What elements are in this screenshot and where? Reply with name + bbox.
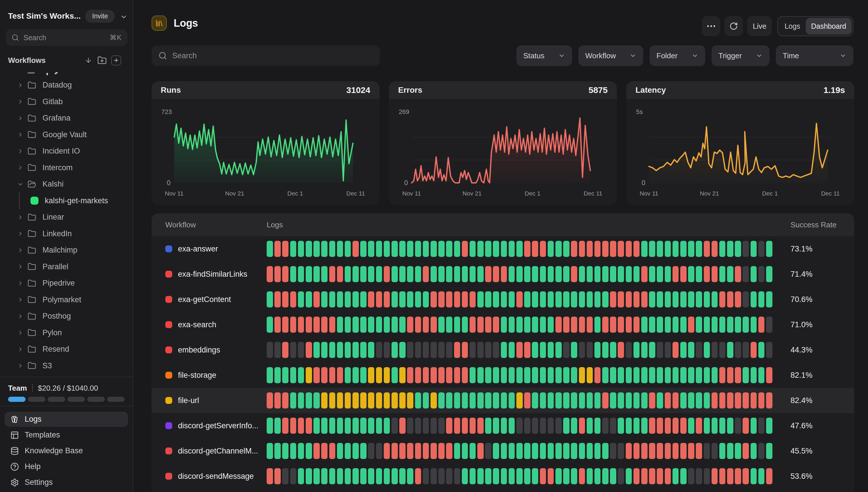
svg-text:Nov 21: Nov 21 (463, 190, 482, 197)
svg-text:0: 0 (167, 179, 171, 187)
svg-text:Nov 11: Nov 11 (640, 190, 659, 197)
svg-text:Dec 11: Dec 11 (584, 190, 602, 197)
svg-text:0: 0 (404, 179, 408, 187)
svg-text:Dec 11: Dec 11 (346, 190, 365, 197)
svg-text:Nov 11: Nov 11 (402, 190, 421, 197)
svg-text:Nov 21: Nov 21 (700, 190, 719, 197)
svg-text:723: 723 (161, 108, 172, 115)
svg-text:Dec 1: Dec 1 (287, 190, 303, 197)
svg-text:0: 0 (642, 179, 645, 187)
svg-text:5s: 5s (636, 108, 643, 115)
svg-text:269: 269 (399, 108, 409, 115)
svg-text:Dec 11: Dec 11 (821, 190, 840, 197)
svg-text:Nov 11: Nov 11 (165, 190, 184, 197)
svg-text:Nov 21: Nov 21 (225, 190, 244, 197)
svg-text:Dec 1: Dec 1 (525, 190, 541, 197)
svg-text:Dec 1: Dec 1 (762, 190, 778, 197)
